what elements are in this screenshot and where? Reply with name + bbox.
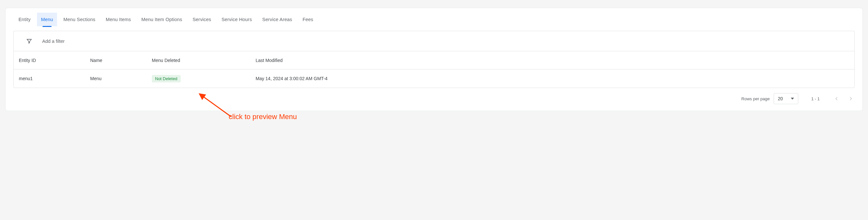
rows-per-page: Rows per page 20	[742, 93, 798, 104]
content-card: Entity Menu Menu Sections Menu Items Men…	[5, 8, 863, 111]
pagination-bar: Rows per page 20 1 - 1	[13, 93, 855, 104]
rows-per-page-value: 20	[778, 96, 783, 101]
chevron-down-icon	[791, 98, 794, 100]
status-badge: Not Deleted	[152, 75, 181, 83]
cell-menu-deleted: Not Deleted	[152, 75, 256, 83]
tab-menu-item-options[interactable]: Menu Item Options	[136, 8, 187, 31]
tab-service-areas[interactable]: Service Areas	[257, 8, 298, 31]
tab-services[interactable]: Services	[187, 8, 216, 31]
data-table: Entity ID Name Menu Deleted Last Modifie…	[13, 51, 855, 88]
tab-entity[interactable]: Entity	[13, 8, 36, 31]
rows-per-page-select[interactable]: 20	[774, 93, 798, 104]
col-last-modified[interactable]: Last Modified	[256, 58, 849, 63]
tab-label: Services	[193, 17, 211, 22]
rows-per-page-label: Rows per page	[742, 96, 770, 101]
filter-bar[interactable]: Add a filter	[13, 31, 855, 51]
tab-label: Menu	[41, 17, 53, 22]
next-page-button[interactable]	[847, 95, 855, 102]
tab-menu-sections[interactable]: Menu Sections	[58, 8, 101, 31]
table-row[interactable]: menu1 Menu Not Deleted May 14, 2024 at 3…	[13, 69, 855, 88]
tab-service-hours[interactable]: Service Hours	[216, 8, 257, 31]
tab-menu-items[interactable]: Menu Items	[100, 8, 136, 31]
tab-label: Entity	[19, 17, 30, 22]
filter-icon	[26, 38, 32, 44]
col-entity-id[interactable]: Entity ID	[19, 58, 90, 63]
pagination-nav	[833, 95, 855, 102]
tab-label: Menu Items	[106, 17, 131, 22]
cell-entity-id: menu1	[19, 76, 90, 81]
tab-label: Menu Item Options	[142, 17, 182, 22]
tab-label: Service Hours	[221, 17, 252, 22]
table-header-row: Entity ID Name Menu Deleted Last Modifie…	[13, 51, 855, 69]
filter-placeholder: Add a filter	[42, 39, 65, 44]
col-name[interactable]: Name	[90, 58, 152, 63]
cell-name: Menu	[90, 76, 152, 81]
tab-label: Service Areas	[262, 17, 292, 22]
tab-menu[interactable]: Menu	[36, 8, 58, 31]
chevron-right-icon	[848, 96, 854, 101]
prev-page-button[interactable]	[833, 95, 840, 102]
cell-last-modified: May 14, 2024 at 3:00:02 AM GMT-4	[256, 76, 849, 81]
page-range: 1 - 1	[807, 96, 824, 101]
tab-fees[interactable]: Fees	[298, 8, 318, 31]
tabs-bar: Entity Menu Menu Sections Menu Items Men…	[5, 8, 863, 31]
tab-label: Fees	[303, 17, 313, 22]
annotation-text: click to preview Menu	[229, 113, 297, 121]
col-menu-deleted[interactable]: Menu Deleted	[152, 58, 256, 63]
tab-label: Menu Sections	[64, 17, 96, 22]
chevron-left-icon	[834, 96, 839, 101]
